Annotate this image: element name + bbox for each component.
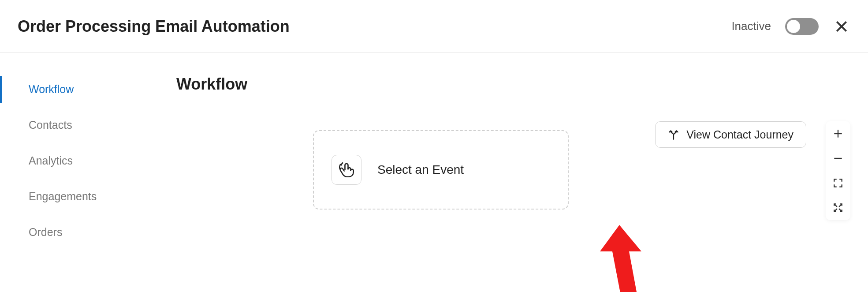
sidebar-item-label: Workflow bbox=[29, 83, 74, 95]
page-title: Order Processing Email Automation bbox=[18, 17, 290, 36]
fork-arrow-icon bbox=[668, 129, 679, 140]
status-label: Inactive bbox=[731, 19, 771, 33]
body: Workflow Contacts Analytics Engagements … bbox=[0, 53, 868, 292]
active-toggle[interactable] bbox=[785, 18, 819, 35]
toggle-knob bbox=[787, 20, 800, 33]
zoom-in-button[interactable] bbox=[826, 121, 850, 146]
journey-button-label: View Contact Journey bbox=[686, 128, 793, 141]
close-button[interactable] bbox=[833, 18, 850, 35]
section-title: Workflow bbox=[176, 75, 850, 94]
sidebar-item-workflow[interactable]: Workflow bbox=[0, 76, 159, 103]
sidebar-item-engagements[interactable]: Engagements bbox=[0, 183, 159, 210]
zoom-controls bbox=[826, 121, 850, 220]
fit-screen-button[interactable] bbox=[826, 171, 850, 195]
main-content: Workflow Select an Event bbox=[159, 53, 868, 292]
sidebar-item-contacts[interactable]: Contacts bbox=[0, 112, 159, 139]
event-icon-box bbox=[332, 155, 361, 185]
event-card-label: Select an Event bbox=[377, 163, 464, 177]
svg-marker-9 bbox=[600, 225, 641, 292]
select-event-card[interactable]: Select an Event bbox=[313, 130, 569, 210]
sidebar-item-label: Contacts bbox=[29, 119, 72, 131]
fit-screen-icon bbox=[832, 177, 844, 189]
sidebar-item-analytics[interactable]: Analytics bbox=[0, 147, 159, 174]
view-contact-journey-button[interactable]: View Contact Journey bbox=[655, 121, 806, 148]
header-actions: Inactive bbox=[731, 18, 850, 35]
plus-icon bbox=[832, 128, 844, 139]
sidebar: Workflow Contacts Analytics Engagements … bbox=[0, 53, 159, 292]
red-arrow-icon bbox=[597, 225, 650, 292]
sidebar-item-label: Engagements bbox=[29, 190, 97, 202]
tap-gesture-icon bbox=[337, 161, 356, 179]
expand-icon bbox=[832, 202, 844, 213]
close-icon bbox=[834, 19, 849, 34]
minus-icon bbox=[832, 153, 844, 164]
sidebar-item-orders[interactable]: Orders bbox=[0, 219, 159, 246]
header: Order Processing Email Automation Inacti… bbox=[0, 0, 868, 53]
fullscreen-button[interactable] bbox=[826, 195, 850, 220]
zoom-out-button[interactable] bbox=[826, 146, 850, 171]
annotation-arrow bbox=[597, 225, 650, 292]
sidebar-item-label: Orders bbox=[29, 226, 62, 238]
sidebar-item-label: Analytics bbox=[29, 154, 73, 167]
